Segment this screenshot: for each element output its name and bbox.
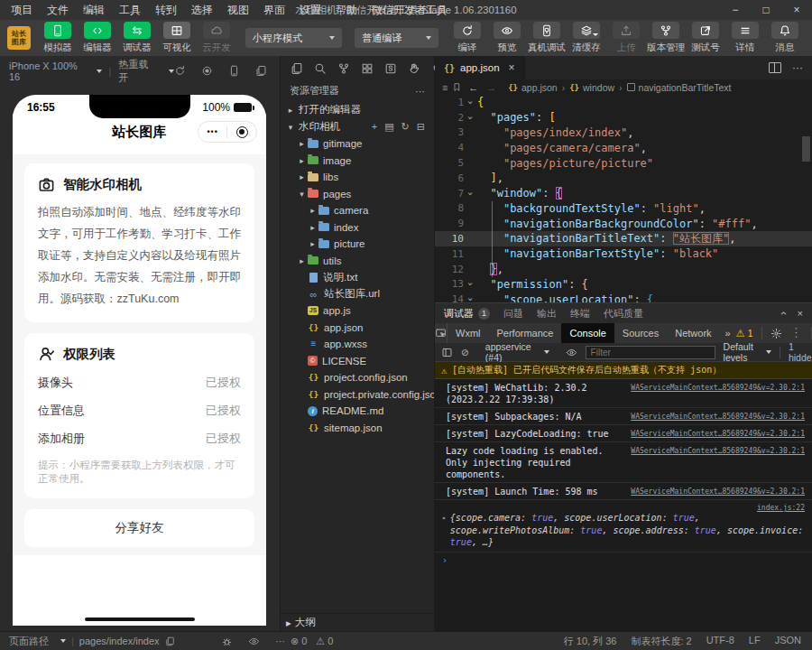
tree-item[interactable]: ▸camera: [281, 202, 434, 219]
project-action-1[interactable]: ▤: [384, 121, 393, 133]
panel-tab[interactable]: 输出: [537, 307, 557, 320]
devtools-tab-console[interactable]: Console: [561, 323, 614, 343]
project-action-2[interactable]: ↻: [401, 121, 410, 133]
close-button[interactable]: ×: [781, 0, 812, 20]
list-button[interactable]: 详情: [725, 22, 765, 54]
panel-tab[interactable]: 问题: [503, 307, 523, 320]
fold-icon[interactable]: ›: [464, 279, 477, 289]
inspect-element-icon[interactable]: [435, 323, 448, 343]
page-path-selector[interactable]: 页面路径: [9, 635, 66, 648]
device-selector[interactable]: iPhone X 100% 16: [9, 60, 102, 82]
menu-item-9[interactable]: 帮助: [328, 0, 364, 20]
tree-item[interactable]: JSapp.js: [281, 302, 434, 320]
breadcrumb-item[interactable]: {}window: [569, 82, 614, 93]
menu-item-3[interactable]: 工具: [112, 0, 148, 20]
outline-menu-icon[interactable]: ≡: [442, 82, 448, 93]
statusbar-more-icon[interactable]: ···: [275, 636, 285, 646]
tree-item[interactable]: ▸index: [281, 219, 434, 237]
code-line-7[interactable]: 7› "window": {: [435, 186, 812, 201]
log-levels-selector[interactable]: Default levels: [724, 341, 772, 363]
devtools-tab-sources[interactable]: Sources: [614, 323, 667, 343]
console-sidebar-icon[interactable]: [441, 347, 453, 358]
code-line-5[interactable]: 5 "pages/picture/picture": [435, 155, 812, 171]
hidden-count[interactable]: 1 hidden: [789, 341, 812, 363]
hot-reload-toggle[interactable]: 热重载 开: [118, 58, 174, 85]
copy-path-icon[interactable]: [165, 636, 175, 646]
context-selector[interactable]: appservice (#4): [485, 341, 549, 363]
branch-button[interactable]: 版本管理: [646, 22, 686, 54]
more-actions-icon[interactable]: ···: [415, 86, 425, 97]
code-line-1[interactable]: 1›{: [435, 95, 812, 110]
swap-button[interactable]: 调试器: [117, 22, 157, 54]
open-editors-section[interactable]: ▸ 打开的编辑器: [281, 101, 434, 118]
fold-icon[interactable]: ›: [464, 294, 477, 302]
split-editor-icon[interactable]: [769, 62, 781, 73]
outline-section[interactable]: ▸ 大纲: [281, 613, 434, 631]
devtools-tab-wxml[interactable]: Wxml: [448, 323, 489, 343]
code-line-4[interactable]: 4 "pages/camera/camera",: [435, 140, 812, 155]
minimize-button[interactable]: −: [720, 0, 751, 20]
source-link[interactable]: WAServiceMainContext…85689249&v=2.30.2:1: [631, 428, 805, 438]
statusbar-item-2[interactable]: UTF-8: [706, 635, 734, 648]
project-action-0[interactable]: +: [372, 121, 377, 133]
statusbar-item-3[interactable]: LF: [749, 635, 761, 648]
code-line-2[interactable]: 2› "pages": [: [435, 110, 812, 125]
tab-app-json[interactable]: {} app.json ×: [435, 56, 525, 79]
menu-item-8[interactable]: 设置: [292, 0, 328, 20]
devtools-menu-icon[interactable]: ···: [791, 327, 802, 339]
breadcrumb-item[interactable]: {}app.json: [508, 82, 558, 93]
more-menu-button[interactable]: •••: [207, 127, 217, 136]
statusbar-item-4[interactable]: JSON: [775, 635, 801, 648]
menu-item-1[interactable]: 文件: [40, 0, 76, 20]
source-link[interactable]: WAServiceMainContext…85689249&v=2.30.2:1: [631, 411, 805, 421]
winmulti-icon[interactable]: [255, 65, 267, 77]
tree-item[interactable]: ▸gitimage: [281, 135, 434, 153]
tree-item[interactable]: ∞站长图库.url: [281, 286, 434, 303]
share-button[interactable]: 测试号: [686, 22, 725, 54]
problem-counts[interactable]: ⊗0 ⚠0: [291, 636, 333, 647]
panel-tab[interactable]: 终端: [570, 307, 590, 320]
tree-item[interactable]: 说明.txt: [281, 269, 434, 286]
source-link[interactable]: WAServiceMainContext…85689249&v=2.30.2:1: [631, 445, 805, 455]
menu-item-5[interactable]: 选择: [184, 0, 220, 20]
code-line-14[interactable]: 14› "scope.userLocation": {: [435, 292, 812, 302]
expand-icon[interactable]: ▸: [442, 512, 447, 549]
console-filter-input[interactable]: [586, 346, 715, 359]
tree-item[interactable]: ▾pages: [281, 186, 434, 203]
tree-item[interactable]: {}sitemap.json: [281, 420, 434, 437]
code-button[interactable]: 编辑器: [78, 22, 117, 54]
tree-item[interactable]: {}project.config.json: [281, 369, 434, 386]
more-tabs-icon[interactable]: »: [720, 328, 736, 339]
fold-icon[interactable]: ›: [464, 113, 477, 123]
fold-icon[interactable]: ›: [464, 189, 477, 199]
vconsole-icon[interactable]: [221, 636, 233, 647]
editor-more-icon[interactable]: ···: [792, 61, 803, 74]
search-icon[interactable]: [314, 62, 327, 75]
panel-tab[interactable]: 代码质量: [604, 307, 643, 320]
preview-eye-icon[interactable]: [248, 636, 260, 647]
statusbar-item-0[interactable]: 行 10, 列 36: [564, 635, 617, 648]
clear-console-icon[interactable]: ⊘: [461, 347, 469, 358]
panel-tab[interactable]: 调试器1: [444, 307, 490, 320]
sqs-icon[interactable]: [384, 62, 397, 75]
tree-item[interactable]: {}project.private.config.json: [281, 386, 434, 404]
code-line-6[interactable]: 6 ],: [435, 171, 812, 186]
layers-button[interactable]: 清缓存: [567, 22, 606, 54]
eye-button[interactable]: 预览: [487, 22, 527, 54]
tree-item[interactable]: ▸libs: [281, 169, 434, 186]
tree-item[interactable]: ≡app.wxss: [281, 336, 434, 353]
devtools-tab-network[interactable]: Network: [667, 323, 719, 343]
fold-icon[interactable]: ›: [464, 98, 477, 107]
console-prompt[interactable]: ›: [435, 552, 812, 568]
rotate-icon[interactable]: [174, 65, 186, 77]
back-arrow-icon[interactable]: ←: [468, 82, 478, 93]
bell-button[interactable]: 消息: [765, 22, 805, 54]
hand-icon[interactable]: [408, 62, 420, 75]
share-friends-button[interactable]: 分享好友: [24, 509, 254, 547]
menu-item-2[interactable]: 编辑: [76, 0, 112, 20]
tree-item[interactable]: ▸image: [281, 153, 434, 170]
tree-item[interactable]: ▸picture: [281, 236, 434, 253]
forward-arrow-icon[interactable]: →: [486, 82, 496, 93]
breadcrumb-item[interactable]: navigationBarTitleText: [627, 82, 732, 93]
code-area[interactable]: 1›{2› "pages": [3 "pages/index/index",4 …: [435, 95, 812, 302]
